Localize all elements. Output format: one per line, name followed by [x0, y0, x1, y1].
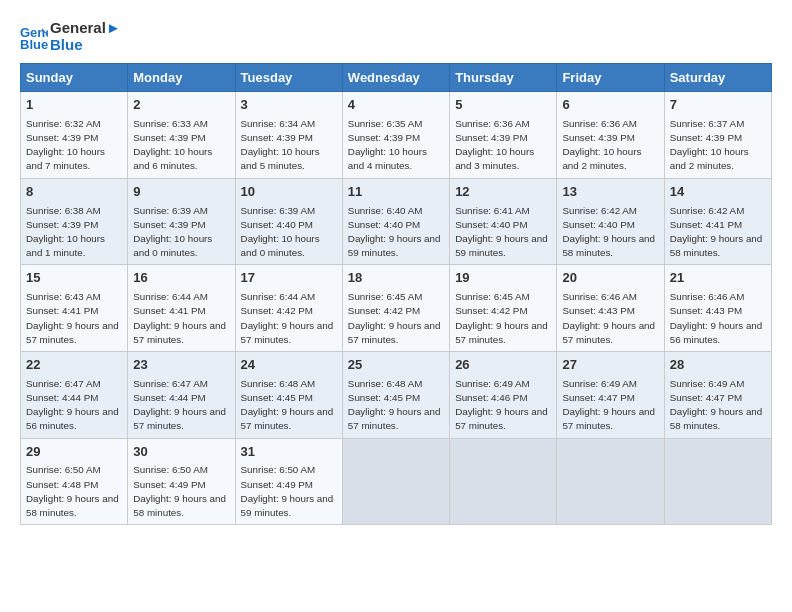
week-row-2: 8Sunrise: 6:38 AM Sunset: 4:39 PM Daylig… [21, 178, 772, 265]
calendar-cell: 31Sunrise: 6:50 AM Sunset: 4:49 PM Dayli… [235, 438, 342, 525]
logo: General Blue General► Blue [20, 20, 121, 53]
day-info: Sunrise: 6:48 AM Sunset: 4:45 PM Dayligh… [241, 377, 337, 434]
weekday-header-saturday: Saturday [664, 64, 771, 92]
calendar-cell: 24Sunrise: 6:48 AM Sunset: 4:45 PM Dayli… [235, 351, 342, 438]
day-number: 16 [133, 269, 229, 288]
day-number: 27 [562, 356, 658, 375]
day-number: 2 [133, 96, 229, 115]
day-info: Sunrise: 6:39 AM Sunset: 4:39 PM Dayligh… [133, 204, 229, 261]
calendar-cell: 15Sunrise: 6:43 AM Sunset: 4:41 PM Dayli… [21, 265, 128, 352]
calendar-cell: 27Sunrise: 6:49 AM Sunset: 4:47 PM Dayli… [557, 351, 664, 438]
calendar-cell: 9Sunrise: 6:39 AM Sunset: 4:39 PM Daylig… [128, 178, 235, 265]
day-number: 11 [348, 183, 444, 202]
weekday-header-wednesday: Wednesday [342, 64, 449, 92]
calendar-table: SundayMondayTuesdayWednesdayThursdayFrid… [20, 63, 772, 525]
day-info: Sunrise: 6:36 AM Sunset: 4:39 PM Dayligh… [455, 117, 551, 174]
weekday-header-friday: Friday [557, 64, 664, 92]
day-info: Sunrise: 6:36 AM Sunset: 4:39 PM Dayligh… [562, 117, 658, 174]
day-number: 25 [348, 356, 444, 375]
calendar-cell: 13Sunrise: 6:42 AM Sunset: 4:40 PM Dayli… [557, 178, 664, 265]
page-header: General Blue General► Blue [20, 20, 772, 53]
day-info: Sunrise: 6:40 AM Sunset: 4:40 PM Dayligh… [348, 204, 444, 261]
day-number: 20 [562, 269, 658, 288]
calendar-cell: 8Sunrise: 6:38 AM Sunset: 4:39 PM Daylig… [21, 178, 128, 265]
logo-text-line1: General► [50, 20, 121, 37]
day-info: Sunrise: 6:44 AM Sunset: 4:41 PM Dayligh… [133, 290, 229, 347]
svg-text:Blue: Blue [20, 37, 48, 51]
calendar-cell: 2Sunrise: 6:33 AM Sunset: 4:39 PM Daylig… [128, 92, 235, 179]
day-number: 24 [241, 356, 337, 375]
day-number: 17 [241, 269, 337, 288]
day-number: 5 [455, 96, 551, 115]
calendar-cell [450, 438, 557, 525]
calendar-cell: 18Sunrise: 6:45 AM Sunset: 4:42 PM Dayli… [342, 265, 449, 352]
day-number: 21 [670, 269, 766, 288]
week-row-3: 15Sunrise: 6:43 AM Sunset: 4:41 PM Dayli… [21, 265, 772, 352]
day-info: Sunrise: 6:37 AM Sunset: 4:39 PM Dayligh… [670, 117, 766, 174]
day-info: Sunrise: 6:33 AM Sunset: 4:39 PM Dayligh… [133, 117, 229, 174]
day-info: Sunrise: 6:45 AM Sunset: 4:42 PM Dayligh… [348, 290, 444, 347]
logo-text-line2: Blue [50, 37, 121, 54]
day-number: 18 [348, 269, 444, 288]
calendar-cell: 23Sunrise: 6:47 AM Sunset: 4:44 PM Dayli… [128, 351, 235, 438]
day-number: 22 [26, 356, 122, 375]
calendar-cell: 14Sunrise: 6:42 AM Sunset: 4:41 PM Dayli… [664, 178, 771, 265]
day-info: Sunrise: 6:47 AM Sunset: 4:44 PM Dayligh… [26, 377, 122, 434]
weekday-header-thursday: Thursday [450, 64, 557, 92]
calendar-cell [557, 438, 664, 525]
calendar-cell [664, 438, 771, 525]
day-number: 29 [26, 443, 122, 462]
day-info: Sunrise: 6:42 AM Sunset: 4:41 PM Dayligh… [670, 204, 766, 261]
day-number: 23 [133, 356, 229, 375]
day-number: 13 [562, 183, 658, 202]
day-info: Sunrise: 6:47 AM Sunset: 4:44 PM Dayligh… [133, 377, 229, 434]
day-info: Sunrise: 6:39 AM Sunset: 4:40 PM Dayligh… [241, 204, 337, 261]
calendar-cell: 30Sunrise: 6:50 AM Sunset: 4:49 PM Dayli… [128, 438, 235, 525]
calendar-cell: 11Sunrise: 6:40 AM Sunset: 4:40 PM Dayli… [342, 178, 449, 265]
day-number: 15 [26, 269, 122, 288]
day-number: 7 [670, 96, 766, 115]
weekday-header-row: SundayMondayTuesdayWednesdayThursdayFrid… [21, 64, 772, 92]
calendar-cell: 17Sunrise: 6:44 AM Sunset: 4:42 PM Dayli… [235, 265, 342, 352]
day-number: 12 [455, 183, 551, 202]
day-number: 28 [670, 356, 766, 375]
day-number: 31 [241, 443, 337, 462]
calendar-cell [342, 438, 449, 525]
calendar-cell: 20Sunrise: 6:46 AM Sunset: 4:43 PM Dayli… [557, 265, 664, 352]
day-info: Sunrise: 6:50 AM Sunset: 4:49 PM Dayligh… [241, 463, 337, 520]
day-number: 4 [348, 96, 444, 115]
calendar-cell: 16Sunrise: 6:44 AM Sunset: 4:41 PM Dayli… [128, 265, 235, 352]
day-number: 6 [562, 96, 658, 115]
calendar-cell: 28Sunrise: 6:49 AM Sunset: 4:47 PM Dayli… [664, 351, 771, 438]
day-info: Sunrise: 6:35 AM Sunset: 4:39 PM Dayligh… [348, 117, 444, 174]
day-number: 26 [455, 356, 551, 375]
logo-icon: General Blue [20, 23, 48, 51]
calendar-cell: 6Sunrise: 6:36 AM Sunset: 4:39 PM Daylig… [557, 92, 664, 179]
calendar-cell: 26Sunrise: 6:49 AM Sunset: 4:46 PM Dayli… [450, 351, 557, 438]
weekday-header-sunday: Sunday [21, 64, 128, 92]
day-info: Sunrise: 6:43 AM Sunset: 4:41 PM Dayligh… [26, 290, 122, 347]
calendar-cell: 21Sunrise: 6:46 AM Sunset: 4:43 PM Dayli… [664, 265, 771, 352]
day-info: Sunrise: 6:46 AM Sunset: 4:43 PM Dayligh… [562, 290, 658, 347]
weekday-header-monday: Monday [128, 64, 235, 92]
week-row-1: 1Sunrise: 6:32 AM Sunset: 4:39 PM Daylig… [21, 92, 772, 179]
day-info: Sunrise: 6:42 AM Sunset: 4:40 PM Dayligh… [562, 204, 658, 261]
calendar-cell: 3Sunrise: 6:34 AM Sunset: 4:39 PM Daylig… [235, 92, 342, 179]
calendar-cell: 29Sunrise: 6:50 AM Sunset: 4:48 PM Dayli… [21, 438, 128, 525]
day-info: Sunrise: 6:46 AM Sunset: 4:43 PM Dayligh… [670, 290, 766, 347]
day-number: 30 [133, 443, 229, 462]
week-row-5: 29Sunrise: 6:50 AM Sunset: 4:48 PM Dayli… [21, 438, 772, 525]
day-info: Sunrise: 6:32 AM Sunset: 4:39 PM Dayligh… [26, 117, 122, 174]
day-number: 3 [241, 96, 337, 115]
day-info: Sunrise: 6:49 AM Sunset: 4:47 PM Dayligh… [670, 377, 766, 434]
day-info: Sunrise: 6:45 AM Sunset: 4:42 PM Dayligh… [455, 290, 551, 347]
day-info: Sunrise: 6:38 AM Sunset: 4:39 PM Dayligh… [26, 204, 122, 261]
calendar-cell: 25Sunrise: 6:48 AM Sunset: 4:45 PM Dayli… [342, 351, 449, 438]
calendar-cell: 19Sunrise: 6:45 AM Sunset: 4:42 PM Dayli… [450, 265, 557, 352]
weekday-header-tuesday: Tuesday [235, 64, 342, 92]
day-info: Sunrise: 6:49 AM Sunset: 4:47 PM Dayligh… [562, 377, 658, 434]
calendar-cell: 12Sunrise: 6:41 AM Sunset: 4:40 PM Dayli… [450, 178, 557, 265]
day-number: 1 [26, 96, 122, 115]
day-number: 10 [241, 183, 337, 202]
calendar-cell: 5Sunrise: 6:36 AM Sunset: 4:39 PM Daylig… [450, 92, 557, 179]
